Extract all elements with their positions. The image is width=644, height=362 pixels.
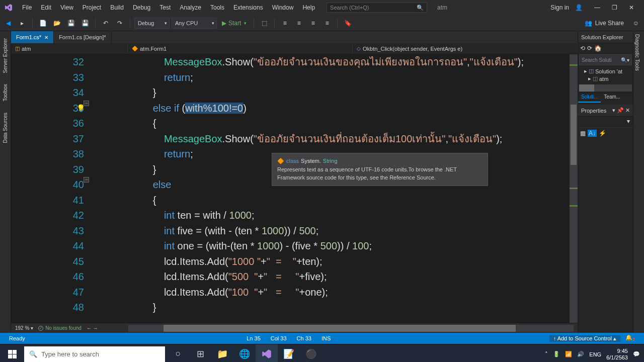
obs-icon[interactable]: ⚫ — [300, 344, 322, 362]
se-home-icon[interactable]: ⟲ — [580, 45, 585, 52]
vs-logo-icon — [4, 3, 13, 12]
solution-tree[interactable]: ▸◫Solution 'at ▸◫atm — [578, 66, 633, 83]
windows-taskbar: 🔍 Type here to search ○ ⊞ 📁 🌐 📝 ⚫ ˄ 🔋 📶 … — [0, 344, 644, 362]
solution-search-input[interactable]: Search Soluti🔍▾ — [579, 54, 632, 65]
menu-help[interactable]: Help — [298, 2, 319, 13]
menu-test[interactable]: Test — [155, 2, 175, 13]
back-button[interactable]: ◀ — [2, 17, 14, 29]
lang-icon[interactable]: ENG — [589, 351, 601, 357]
format-icon[interactable]: ≡ — [307, 17, 319, 29]
intellisense-tooltip: 🔶 class System.String Represents text as… — [272, 153, 488, 186]
undo-button[interactable]: ↶ — [100, 17, 112, 29]
comment-icon[interactable]: ≡ — [321, 17, 333, 29]
vs-taskbar-icon[interactable] — [256, 344, 278, 362]
battery-icon[interactable]: 🔋 — [553, 351, 560, 357]
method-crumb[interactable]: ◇Okbtn_Click(object sender, EventArgs e) — [353, 43, 578, 54]
tab-form1-cs--design--[interactable]: Form1.cs [Design]* — [54, 31, 112, 43]
indent-icon[interactable]: ≡ — [279, 17, 291, 29]
right-sidebar: Diagnostic Tools — [633, 31, 644, 333]
menu-file[interactable]: File — [18, 2, 36, 13]
feedback-icon[interactable]: ☺ — [630, 17, 642, 29]
wifi-icon[interactable]: 📶 — [565, 351, 572, 357]
menu-build[interactable]: Build — [106, 2, 128, 13]
quick-search-input[interactable]: Search (Ctrl+Q)🔍 — [327, 3, 427, 13]
redo-button[interactable]: ↷ — [114, 17, 126, 29]
namespace-crumb[interactable]: ◫atm — [11, 43, 128, 54]
action-center-icon[interactable]: 💬 — [633, 351, 640, 357]
menu-debug[interactable]: Debug — [129, 2, 154, 13]
open-button[interactable]: 📂 — [51, 17, 63, 29]
status-bar: Ready Ln 35 Col 33 Ch 33 INS ↑ Add to So… — [0, 333, 644, 344]
save-all-button[interactable]: 💾 — [79, 17, 91, 29]
status-ins: INS — [316, 335, 336, 341]
cortana-icon[interactable]: ○ — [167, 344, 189, 362]
new-project-button[interactable]: 📄 — [37, 17, 49, 29]
start-button[interactable]: ▶Start▾ — [219, 20, 250, 27]
close-icon[interactable]: ✕ — [44, 35, 48, 40]
main-toolbar: ◀ ▸ 📄 📂 💾 💾 ↶ ↷ Debug Any CPU ▶Start▾ ⬚ … — [0, 15, 644, 31]
volume-icon[interactable]: 🔊 — [577, 351, 584, 357]
fold-icon[interactable]: − — [84, 101, 89, 106]
events-icon[interactable]: ⚡ — [599, 130, 606, 137]
az-icon[interactable]: A↓ — [588, 130, 597, 137]
tab-form1-cs-[interactable]: Form1.cs*✕ — [11, 31, 54, 43]
solution-explorer-header: Solution Explorer — [578, 31, 633, 43]
start-button-win[interactable] — [0, 344, 24, 362]
side-tab-server-explorer[interactable]: Server Explorer — [2, 35, 9, 76]
nav-arrows[interactable]: ← → — [87, 325, 98, 331]
save-button[interactable]: 💾 — [65, 17, 77, 29]
side-tab-toolbox[interactable]: Toolbox — [2, 81, 9, 104]
menu-view[interactable]: View — [56, 2, 77, 13]
issues-status[interactable]: ✓No issues found — [38, 325, 82, 331]
code-text[interactable]: MessageBox.Show("ข้ออภัยจำนวนเงินของคุณไ… — [94, 54, 578, 323]
se-home2-icon[interactable]: 🏠 — [594, 45, 602, 52]
explorer-icon[interactable]: 📁 — [211, 344, 233, 362]
notifications-icon[interactable]: 🔔2 — [620, 334, 640, 342]
notepad-icon[interactable]: 📝 — [278, 344, 300, 362]
menu-tools[interactable]: Tools — [206, 2, 228, 13]
se-refresh-icon[interactable]: ⟳ — [587, 45, 592, 52]
signin-link[interactable]: Sign in — [550, 4, 569, 11]
nav-breadcrumbs: ◫atm 🔶atm.Form1 ◇Okbtn_Click(object send… — [11, 43, 578, 54]
status-ch: Ch 33 — [292, 335, 316, 341]
property-dropdown[interactable]: ▾ — [578, 117, 633, 128]
menu-window[interactable]: Window — [268, 2, 298, 13]
menu-analyze[interactable]: Analyze — [176, 2, 205, 13]
source-control-button[interactable]: ↑ Add to Source Control ▴ — [549, 335, 620, 342]
close-button[interactable]: ✕ — [623, 1, 640, 15]
status-ready: Ready — [4, 335, 30, 341]
maximize-button[interactable]: ❐ — [606, 1, 623, 15]
zoom-level[interactable]: 192 % ▾ — [15, 325, 33, 331]
vertical-scrollbar[interactable] — [570, 54, 578, 323]
search-icon: 🔍 — [417, 5, 424, 11]
status-col: Col 33 — [266, 335, 292, 341]
platform-dropdown[interactable]: Any CPU — [172, 18, 217, 29]
forward-button[interactable]: ▸ — [16, 17, 28, 29]
horizontal-scrollbar[interactable] — [128, 325, 574, 332]
solution-tabs[interactable]: Soluti...Team... — [578, 93, 633, 103]
taskview-icon[interactable]: ⊞ — [189, 344, 211, 362]
menu-project[interactable]: Project — [78, 2, 105, 13]
solution-title: atm — [437, 4, 447, 11]
taskbar-search[interactable]: 🔍 Type here to search — [24, 346, 165, 363]
diagnostic-tools-tab[interactable]: Diagnostic Tools — [633, 31, 641, 74]
fold-icon[interactable]: − — [84, 177, 89, 183]
avatar-icon: 👤 — [575, 4, 583, 11]
title-bar: FileEditViewProjectBuildDebugTestAnalyze… — [0, 0, 644, 15]
menu-extensions[interactable]: Extensions — [229, 2, 267, 13]
side-tab-data-sources[interactable]: Data Sources — [2, 110, 9, 146]
tray-expand-icon[interactable]: ˄ — [545, 351, 548, 357]
category-icon[interactable]: ▦ — [580, 130, 586, 137]
config-dropdown[interactable]: Debug — [134, 18, 170, 29]
left-sidebar: Server ExplorerToolboxData Sources — [0, 31, 11, 333]
class-crumb[interactable]: 🔶atm.Form1 — [128, 43, 353, 54]
clock[interactable]: 9:456/1/2563 — [606, 348, 628, 360]
chrome-icon[interactable]: 🌐 — [233, 344, 256, 362]
menu-edit[interactable]: Edit — [37, 2, 55, 13]
minimize-button[interactable]: — — [589, 1, 606, 15]
indent2-icon[interactable]: ≡ — [293, 17, 305, 29]
step-icon[interactable]: ⬚ — [258, 17, 270, 29]
liveshare-button[interactable]: 👥 Live Share — [581, 20, 628, 27]
code-editor[interactable]: 32333435💡−3637383940−4142434445464748 Me… — [11, 54, 578, 323]
bookmark-icon[interactable]: 🔖 — [342, 17, 354, 29]
